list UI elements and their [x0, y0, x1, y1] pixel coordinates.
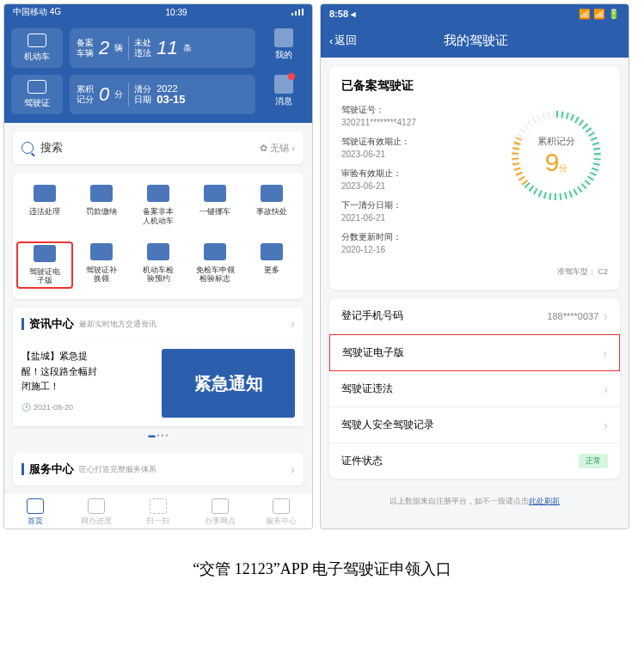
- grid-item[interactable]: 驾驶证补 换领: [73, 241, 130, 290]
- header: 机动车 备案 车辆 2辆 未处 违法 11条 我的 驾驶证 累积 记分 0分 清…: [4, 20, 312, 123]
- info-row: 分数更新时间：2020-12-16: [341, 231, 505, 254]
- grid-item[interactable]: 违法处理: [16, 183, 73, 228]
- chevron-right-icon: ›: [604, 418, 608, 432]
- bottom-tabbar: 首页网办进度扫一扫办事网点服务中心: [4, 492, 312, 528]
- list-item[interactable]: 驾驶证违法›: [329, 371, 620, 407]
- status-bar: 中国移动 4G 10:39: [4, 4, 312, 20]
- tab-item[interactable]: 扫一扫: [127, 498, 189, 527]
- avatar-icon: [274, 28, 293, 47]
- grid-item[interactable]: 驾驶证电 子版: [16, 241, 73, 290]
- footer-note: 以上数据来自注册平台，如不一致请点击此处刷新: [321, 487, 629, 516]
- nav-bar: ‹ 返回 我的驾驶证: [321, 23, 629, 58]
- tab-item[interactable]: 服务中心: [250, 498, 312, 527]
- license-info-card: 已备案驾驶证 驾驶证号：320211********4127驾驶证有效期止：20…: [329, 66, 620, 290]
- license-icon: [28, 80, 46, 94]
- tab-icon: [150, 498, 167, 514]
- grid-item[interactable]: 事故快处: [243, 183, 300, 228]
- search-icon: [21, 142, 34, 154]
- grid-item[interactable]: 更多: [243, 241, 300, 290]
- search-placeholder: 搜索: [40, 140, 260, 156]
- grid-item[interactable]: 免检车申领 检验标志: [187, 241, 243, 290]
- list-item[interactable]: 驾驶人安全驾驶记录›: [329, 407, 620, 443]
- points-stats[interactable]: 累积 记分 0分 清分 日期 202203-15: [70, 75, 255, 114]
- notification-dot: [288, 73, 295, 80]
- news-date: 🕐 2021-08-20: [21, 401, 153, 413]
- grid-item[interactable]: 机动车检 验预约: [130, 241, 187, 290]
- status-badge: 正常: [579, 454, 608, 468]
- location-selector[interactable]: ✿ 无锡 ›: [260, 142, 295, 155]
- function-icon: [261, 243, 283, 260]
- tab-icon: [88, 498, 105, 514]
- points-gauge: 累积记分 9分: [505, 104, 608, 207]
- status-time: 10:39: [166, 8, 187, 17]
- status-bar: 8:58 ◂ 📶 📶 🔋: [321, 4, 629, 23]
- refresh-link[interactable]: 此处刷新: [529, 497, 560, 505]
- chevron-right-icon: ›: [603, 346, 607, 360]
- function-icon: [147, 185, 169, 202]
- grid-item[interactable]: 备案非本 人机动车: [130, 183, 187, 228]
- function-icon: [261, 185, 283, 202]
- grid-item[interactable]: 一键挪车: [187, 183, 243, 228]
- tab-icon: [27, 498, 44, 514]
- pagination-dots: ▬ ▪ ▪ ▪: [4, 426, 312, 444]
- message-icon: [274, 75, 293, 94]
- info-row: 下一清分日期：2021-06-21: [341, 199, 505, 223]
- tab-item[interactable]: 首页: [4, 498, 66, 527]
- news-banner: 紧急通知: [162, 349, 295, 418]
- tab-item[interactable]: 办事网点: [189, 498, 251, 527]
- message-button[interactable]: 消息: [262, 75, 305, 114]
- vehicle-stats[interactable]: 备案 车辆 2辆 未处 违法 11条: [70, 28, 255, 68]
- function-icon: [204, 243, 226, 260]
- vehicle-card[interactable]: 机动车: [11, 28, 63, 68]
- list-item[interactable]: 登记手机号码188****0037›: [329, 298, 620, 334]
- info-row: 驾驶证号：320211********4127: [341, 104, 505, 127]
- function-icon: [204, 185, 226, 202]
- tab-icon: [273, 498, 290, 514]
- menu-list: 登记手机号码188****0037›驾驶证电子版›驾驶证违法›驾驶人安全驾驶记录…: [329, 298, 620, 479]
- grid-item[interactable]: 罚款缴纳: [73, 183, 130, 228]
- search-bar[interactable]: 搜索 ✿ 无锡 ›: [13, 131, 304, 164]
- carrier-label: 中国移动 4G: [13, 6, 61, 18]
- news-section-header[interactable]: 资讯中心 最新实时地方交通资讯›: [13, 308, 304, 340]
- car-type: 准驾车型： C2: [341, 266, 608, 278]
- page-title: 我的驾驶证: [331, 33, 620, 49]
- function-icon: [90, 185, 113, 202]
- status-time: 8:58 ◂: [329, 9, 356, 20]
- my-license-screenshot: 8:58 ◂ 📶 📶 🔋 ‹ 返回 我的驾驶证 已备案驾驶证 驾驶证号：3202…: [320, 3, 629, 529]
- chevron-right-icon: ›: [291, 316, 295, 332]
- battery-icon: [291, 9, 304, 15]
- figure-caption: “交管 12123”APP 电子驾驶证申领入口: [0, 533, 644, 588]
- list-item[interactable]: 驾驶证电子版›: [329, 334, 620, 371]
- info-row: 驾驶证有效期止：2023-06-21: [341, 136, 505, 159]
- chevron-right-icon: ›: [604, 382, 608, 396]
- function-icon: [34, 185, 56, 202]
- function-icon: [34, 245, 56, 262]
- list-item[interactable]: 证件状态正常: [329, 443, 620, 479]
- chevron-right-icon: ›: [291, 461, 295, 477]
- function-icon: [147, 243, 169, 260]
- service-section-header[interactable]: 服务中心 匠心打造完整服务体系›: [13, 453, 304, 486]
- license-card[interactable]: 驾驶证: [11, 75, 63, 114]
- tab-icon: [212, 498, 229, 514]
- news-item[interactable]: 【盐城】紧急提 醒！这段路全幅封 闭施工！ 🕐 2021-08-20 紧急通知: [13, 340, 304, 426]
- profile-button[interactable]: 我的: [262, 28, 305, 68]
- chevron-right-icon: ›: [604, 309, 608, 323]
- news-title: 【盐城】紧急提 醒！这段路全幅封 闭施工！: [21, 349, 153, 394]
- tab-item[interactable]: 网办进度: [66, 498, 128, 527]
- info-row: 审验有效期止：2023-06-21: [341, 168, 505, 191]
- app-home-screenshot: 中国移动 4G 10:39 机动车 备案 车辆 2辆 未处 违法 11条 我的 …: [3, 3, 313, 529]
- function-grid: 违法处理罚款缴纳备案非本 人机动车一键挪车事故快处驾驶证电 子版驾驶证补 换领机…: [13, 173, 304, 299]
- card-title: 已备案驾驶证: [341, 78, 608, 94]
- function-icon: [90, 243, 113, 260]
- status-icons: 📶 📶 🔋: [579, 9, 620, 20]
- car-icon: [28, 34, 46, 47]
